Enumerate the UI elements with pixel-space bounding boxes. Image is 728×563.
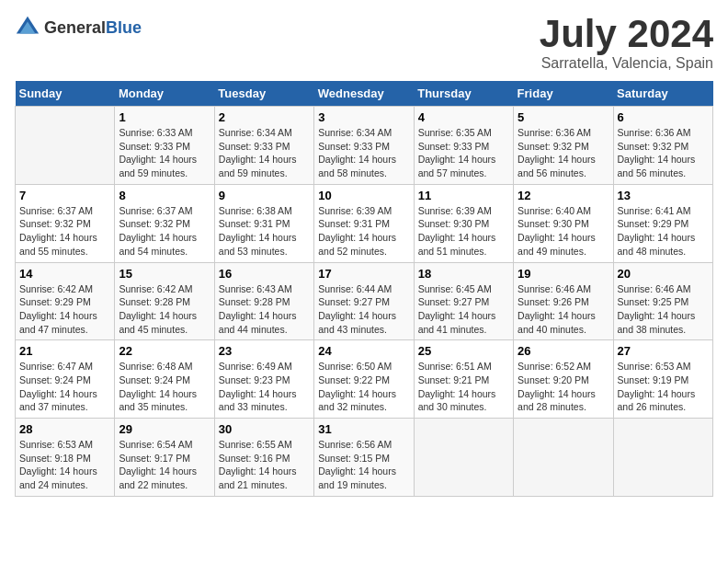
day-info: Sunrise: 6:50 AMSunset: 9:22 PMDaylight:… [318, 360, 409, 414]
logo-icon [15, 15, 40, 40]
day-cell: 11Sunrise: 6:39 AMSunset: 9:30 PMDayligh… [414, 184, 513, 262]
day-info: Sunrise: 6:34 AMSunset: 9:33 PMDaylight:… [318, 126, 409, 180]
day-cell: 5Sunrise: 6:36 AMSunset: 9:32 PMDaylight… [514, 107, 613, 185]
day-info: Sunrise: 6:53 AMSunset: 9:19 PMDaylight:… [618, 360, 709, 414]
logo-text-general: General [44, 18, 106, 37]
day-number: 5 [518, 110, 609, 124]
day-cell [613, 419, 712, 497]
week-row-1: 1Sunrise: 6:33 AMSunset: 9:33 PMDaylight… [16, 107, 713, 185]
header-row: SundayMondayTuesdayWednesdayThursdayFrid… [16, 81, 713, 107]
day-info: Sunrise: 6:44 AMSunset: 9:27 PMDaylight:… [318, 282, 409, 337]
page-header: GeneralBlue July 2024 Sarratella, Valenc… [15, 15, 713, 72]
day-cell: 31Sunrise: 6:56 AMSunset: 9:15 PMDayligh… [314, 419, 414, 497]
day-number: 20 [618, 267, 709, 281]
day-cell: 27Sunrise: 6:53 AMSunset: 9:19 PMDayligh… [613, 340, 712, 419]
day-cell [16, 107, 115, 185]
day-info: Sunrise: 6:43 AMSunset: 9:28 PMDaylight:… [219, 282, 310, 337]
day-info: Sunrise: 6:49 AMSunset: 9:23 PMDaylight:… [219, 360, 310, 414]
location-subtitle: Sarratella, Valencia, Spain [540, 55, 713, 72]
month-title: July 2024 [540, 15, 713, 53]
day-cell: 10Sunrise: 6:39 AMSunset: 9:31 PMDayligh… [314, 184, 414, 262]
day-cell: 3Sunrise: 6:34 AMSunset: 9:33 PMDaylight… [314, 107, 414, 185]
day-cell: 6Sunrise: 6:36 AMSunset: 9:32 PMDaylight… [613, 107, 712, 185]
day-cell: 17Sunrise: 6:44 AMSunset: 9:27 PMDayligh… [314, 262, 414, 340]
day-number: 1 [119, 110, 210, 124]
day-header-saturday: Saturday [613, 81, 712, 107]
day-info: Sunrise: 6:52 AMSunset: 9:20 PMDaylight:… [518, 360, 609, 414]
day-info: Sunrise: 6:34 AMSunset: 9:33 PMDaylight:… [219, 126, 310, 180]
day-number: 13 [618, 189, 709, 202]
day-info: Sunrise: 6:54 AMSunset: 9:17 PMDaylight:… [119, 438, 210, 492]
logo: GeneralBlue [15, 15, 142, 40]
day-number: 28 [19, 422, 110, 436]
day-number: 26 [518, 344, 609, 358]
day-number: 12 [518, 189, 609, 202]
day-cell [414, 419, 513, 497]
day-number: 2 [219, 110, 310, 124]
week-row-5: 28Sunrise: 6:53 AMSunset: 9:18 PMDayligh… [16, 419, 713, 497]
week-row-2: 7Sunrise: 6:37 AMSunset: 9:32 PMDaylight… [16, 184, 713, 262]
day-info: Sunrise: 6:37 AMSunset: 9:32 PMDaylight:… [119, 204, 210, 259]
day-cell: 26Sunrise: 6:52 AMSunset: 9:20 PMDayligh… [514, 340, 613, 419]
day-cell: 12Sunrise: 6:40 AMSunset: 9:30 PMDayligh… [514, 184, 613, 262]
day-number: 11 [418, 189, 509, 202]
day-cell: 22Sunrise: 6:48 AMSunset: 9:24 PMDayligh… [115, 340, 214, 419]
day-info: Sunrise: 6:36 AMSunset: 9:32 PMDaylight:… [518, 126, 609, 180]
day-number: 8 [119, 189, 210, 202]
day-header-thursday: Thursday [414, 81, 513, 107]
day-cell: 24Sunrise: 6:50 AMSunset: 9:22 PMDayligh… [314, 340, 414, 419]
day-number: 24 [318, 344, 409, 358]
day-cell: 25Sunrise: 6:51 AMSunset: 9:21 PMDayligh… [414, 340, 513, 419]
day-number: 7 [19, 189, 110, 202]
day-number: 16 [219, 267, 310, 281]
day-header-friday: Friday [514, 81, 613, 107]
day-info: Sunrise: 6:55 AMSunset: 9:16 PMDaylight:… [219, 438, 310, 492]
day-cell: 14Sunrise: 6:42 AMSunset: 9:29 PMDayligh… [16, 262, 115, 340]
title-block: July 2024 Sarratella, Valencia, Spain [540, 15, 713, 72]
day-info: Sunrise: 6:41 AMSunset: 9:29 PMDaylight:… [618, 204, 709, 259]
day-info: Sunrise: 6:36 AMSunset: 9:32 PMDaylight:… [618, 126, 709, 180]
day-cell: 28Sunrise: 6:53 AMSunset: 9:18 PMDayligh… [16, 419, 115, 497]
day-number: 30 [219, 422, 310, 436]
day-header-wednesday: Wednesday [314, 81, 414, 107]
day-cell: 29Sunrise: 6:54 AMSunset: 9:17 PMDayligh… [115, 419, 214, 497]
week-row-4: 21Sunrise: 6:47 AMSunset: 9:24 PMDayligh… [16, 340, 713, 419]
day-number: 15 [119, 267, 210, 281]
day-number: 17 [318, 267, 409, 281]
day-number: 4 [418, 110, 509, 124]
day-number: 22 [119, 344, 210, 358]
day-cell: 1Sunrise: 6:33 AMSunset: 9:33 PMDaylight… [115, 107, 214, 185]
day-info: Sunrise: 6:46 AMSunset: 9:26 PMDaylight:… [518, 282, 609, 337]
day-number: 19 [518, 267, 609, 281]
day-cell: 13Sunrise: 6:41 AMSunset: 9:29 PMDayligh… [613, 184, 712, 262]
day-cell [514, 419, 613, 497]
day-cell: 19Sunrise: 6:46 AMSunset: 9:26 PMDayligh… [514, 262, 613, 340]
day-info: Sunrise: 6:45 AMSunset: 9:27 PMDaylight:… [418, 282, 509, 337]
day-cell: 4Sunrise: 6:35 AMSunset: 9:33 PMDaylight… [414, 107, 513, 185]
day-header-monday: Monday [115, 81, 214, 107]
day-info: Sunrise: 6:48 AMSunset: 9:24 PMDaylight:… [119, 360, 210, 414]
day-number: 21 [19, 344, 110, 358]
day-info: Sunrise: 6:39 AMSunset: 9:30 PMDaylight:… [418, 204, 509, 259]
day-cell: 20Sunrise: 6:46 AMSunset: 9:25 PMDayligh… [613, 262, 712, 340]
day-cell: 21Sunrise: 6:47 AMSunset: 9:24 PMDayligh… [16, 340, 115, 419]
calendar-table: SundayMondayTuesdayWednesdayThursdayFrid… [15, 81, 713, 497]
day-cell: 7Sunrise: 6:37 AMSunset: 9:32 PMDaylight… [16, 184, 115, 262]
day-info: Sunrise: 6:33 AMSunset: 9:33 PMDaylight:… [119, 126, 210, 180]
day-number: 27 [618, 344, 709, 358]
day-info: Sunrise: 6:35 AMSunset: 9:33 PMDaylight:… [418, 126, 509, 180]
day-cell: 18Sunrise: 6:45 AMSunset: 9:27 PMDayligh… [414, 262, 513, 340]
day-number: 23 [219, 344, 310, 358]
day-cell: 2Sunrise: 6:34 AMSunset: 9:33 PMDaylight… [214, 107, 313, 185]
day-number: 9 [219, 189, 310, 202]
day-info: Sunrise: 6:53 AMSunset: 9:18 PMDaylight:… [19, 438, 110, 492]
day-number: 3 [318, 110, 409, 124]
day-cell: 9Sunrise: 6:38 AMSunset: 9:31 PMDaylight… [214, 184, 313, 262]
day-number: 14 [19, 267, 110, 281]
day-number: 10 [318, 189, 409, 202]
day-cell: 30Sunrise: 6:55 AMSunset: 9:16 PMDayligh… [214, 419, 313, 497]
day-header-tuesday: Tuesday [214, 81, 313, 107]
day-cell: 15Sunrise: 6:42 AMSunset: 9:28 PMDayligh… [115, 262, 214, 340]
day-number: 18 [418, 267, 509, 281]
day-info: Sunrise: 6:39 AMSunset: 9:31 PMDaylight:… [318, 204, 409, 259]
